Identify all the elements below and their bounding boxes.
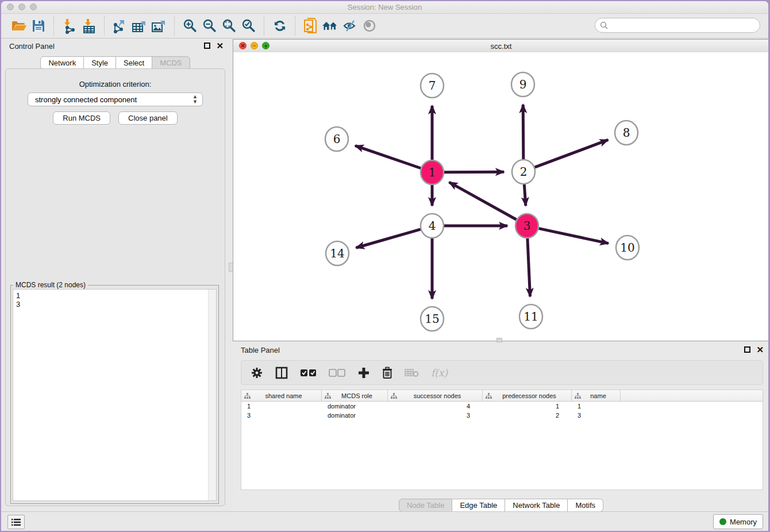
show-all-icon[interactable] (360, 17, 379, 35)
tab-motifs[interactable]: Motifs (568, 499, 603, 512)
zoom-out-icon[interactable] (200, 17, 220, 35)
graph-node-6[interactable]: 6 (325, 127, 348, 151)
run-mcds-button[interactable]: Run MCDS (53, 111, 110, 125)
tab-select[interactable]: Select (116, 56, 152, 70)
column-type-icon (486, 393, 492, 399)
optimization-criterion-select[interactable]: strongly connected component ▲▼ (28, 92, 203, 106)
toolbar-separator (104, 16, 105, 36)
select-all-icon[interactable] (300, 365, 317, 380)
tab-node-table[interactable]: Node Table (399, 499, 453, 512)
tab-network[interactable]: Network (40, 56, 84, 70)
tab-style[interactable]: Style (84, 56, 116, 70)
mcds-result-text[interactable]: 1 3 (13, 289, 217, 501)
column-header-predecessor-nodes[interactable]: predecessor nodes (483, 390, 572, 401)
close-panel-icon[interactable]: ✕ (216, 43, 224, 49)
graph-node-10[interactable]: 10 (616, 236, 639, 260)
node-table[interactable]: shared nameMCDS rolesuccessor nodesprede… (241, 390, 763, 490)
cell-MCDS-role[interactable]: dominator (322, 412, 388, 419)
import-network-icon[interactable] (60, 17, 79, 35)
graph-node-8[interactable]: 8 (615, 121, 638, 145)
first-neighbors-icon[interactable] (321, 17, 340, 35)
tab-mcds[interactable]: MCDS (152, 56, 190, 70)
apply-layout-icon[interactable] (270, 17, 290, 35)
deselect-all-icon[interactable] (329, 365, 346, 380)
edge-2-9[interactable] (523, 105, 523, 159)
cell-shared-name[interactable]: 3 (241, 412, 322, 419)
cell-shared-name[interactable]: 1 (241, 403, 322, 410)
edge-4-14[interactable] (356, 229, 421, 248)
search-box[interactable] (595, 18, 760, 33)
dropdown-value: strongly connected component (35, 95, 137, 104)
hide-selected-icon[interactable] (340, 17, 360, 35)
network-window-titlebar[interactable]: ✕ − ＋ scc.txt (233, 40, 768, 53)
task-history-button[interactable] (7, 515, 25, 529)
open-file-icon[interactable] (9, 17, 29, 35)
zoom-fit-icon[interactable] (220, 17, 239, 35)
graph-node-4[interactable]: 4 (421, 214, 444, 238)
edge-1-6[interactable] (355, 146, 421, 168)
function-builder-icon[interactable]: f(x) (431, 365, 448, 380)
column-header-MCDS-role[interactable]: MCDS role (322, 390, 388, 401)
close-table-panel-icon[interactable]: ✕ (756, 346, 764, 353)
edge-3-10[interactable] (539, 229, 609, 244)
toolbar-separator (295, 16, 296, 36)
column-type-icon (575, 393, 581, 399)
edge-3-11[interactable] (528, 238, 530, 296)
edge-3-1[interactable] (449, 182, 517, 219)
cell-name[interactable]: 3 (572, 412, 621, 419)
edge-2-3[interactable] (524, 184, 525, 206)
cell-MCDS-role[interactable]: dominator (322, 403, 388, 410)
delete-column-icon[interactable] (382, 365, 393, 380)
close-panel-button[interactable]: Close panel (118, 111, 178, 125)
cell-successor-nodes[interactable]: 4 (388, 403, 483, 410)
column-header-shared-name[interactable]: shared name (241, 390, 322, 401)
titlebar: Session: New Session (1, 1, 768, 14)
graph-node-3[interactable]: 3 (515, 214, 538, 238)
column-header-successor-nodes[interactable]: successor nodes (388, 390, 483, 401)
svg-text:7: 7 (429, 79, 436, 92)
search-input[interactable] (611, 21, 760, 30)
edge-2-8[interactable] (535, 140, 609, 167)
cell-predecessor-nodes[interactable]: 2 (483, 412, 572, 419)
table-panel-title: Table Panel (241, 346, 280, 354)
float-panel-icon[interactable] (204, 43, 210, 49)
svg-text:14: 14 (330, 246, 344, 260)
tab-network-table[interactable]: Network Table (505, 499, 568, 512)
float-table-panel-icon[interactable] (744, 346, 750, 353)
graph-node-14[interactable]: 14 (326, 241, 349, 265)
horizontal-divider-handle[interactable] (496, 338, 502, 342)
network-canvas[interactable]: 7968124314101511 (233, 52, 768, 341)
add-column-icon[interactable] (357, 365, 370, 380)
graph-node-7[interactable]: 7 (421, 74, 444, 98)
table-row[interactable]: 1dominator411 (241, 402, 763, 411)
cell-successor-nodes[interactable]: 3 (388, 412, 483, 419)
memory-button[interactable]: Memory (713, 514, 763, 529)
svg-text:10: 10 (620, 241, 634, 255)
graph-node-2[interactable]: 2 (512, 160, 535, 184)
export-table-icon[interactable] (130, 17, 149, 35)
export-network-icon[interactable] (110, 17, 130, 35)
clone-network-icon[interactable] (301, 17, 321, 35)
network-graph[interactable]: 7968124314101511 (233, 52, 768, 341)
table-row[interactable]: 3dominator323 (241, 411, 763, 420)
graph-node-1[interactable]: 1 (421, 160, 444, 184)
import-table-icon[interactable] (79, 17, 99, 35)
cell-predecessor-nodes[interactable]: 1 (483, 403, 572, 410)
graph-node-9[interactable]: 9 (511, 72, 534, 97)
delete-table-icon[interactable] (405, 365, 419, 380)
tab-edge-table[interactable]: Edge Table (452, 499, 505, 512)
graph-node-11[interactable]: 11 (519, 304, 542, 329)
table-body: 1dominator4113dominator323 (241, 402, 763, 420)
zoom-selected-icon[interactable] (239, 17, 259, 35)
result-scrollbar[interactable] (208, 290, 216, 500)
table-settings-icon[interactable] (251, 365, 263, 380)
svg-text:3: 3 (523, 219, 531, 233)
zoom-in-icon[interactable] (180, 17, 200, 35)
export-image-icon[interactable] (149, 17, 169, 35)
cell-name[interactable]: 1 (572, 403, 621, 410)
graph-node-15[interactable]: 15 (421, 307, 444, 331)
column-header-name[interactable]: name (572, 390, 621, 401)
save-session-icon[interactable] (29, 17, 48, 35)
split-view-icon[interactable] (275, 365, 288, 380)
edge-1-2[interactable] (444, 172, 504, 172)
